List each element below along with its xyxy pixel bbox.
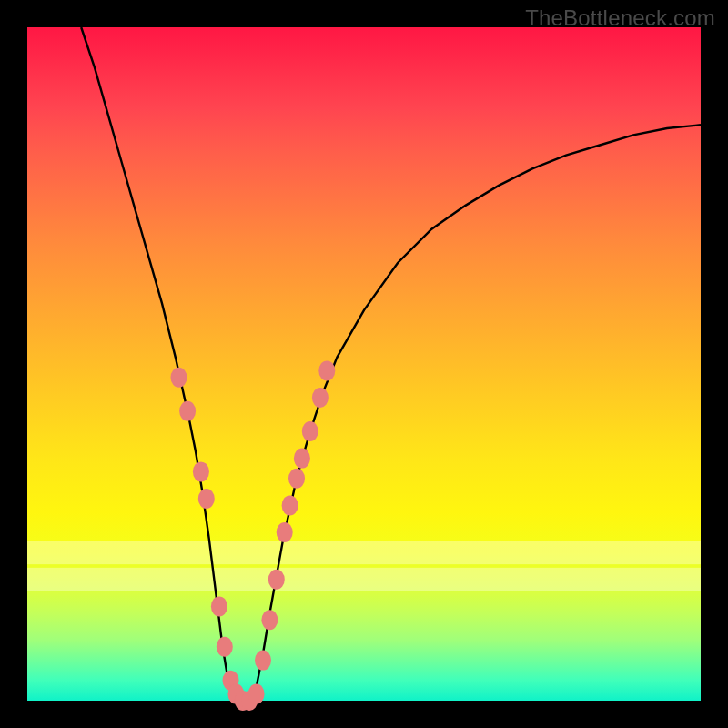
curve-path bbox=[81, 27, 701, 701]
highlight-dot bbox=[277, 522, 293, 542]
highlight-dot bbox=[268, 570, 285, 590]
plot-area bbox=[27, 27, 701, 701]
stripe-band bbox=[27, 541, 701, 564]
highlight-dot bbox=[318, 360, 335, 380]
chart-container: TheBottleneck.com bbox=[0, 0, 728, 728]
highlight-dot bbox=[255, 651, 271, 671]
highlight-dot bbox=[248, 684, 265, 704]
highlight-dot bbox=[171, 368, 187, 388]
highlight-dot bbox=[312, 388, 329, 408]
bottleneck-chart bbox=[27, 27, 701, 701]
highlight-dot bbox=[193, 461, 209, 481]
highlight-dot bbox=[261, 610, 278, 630]
highlight-dot bbox=[294, 449, 310, 469]
highlight-dot bbox=[282, 495, 298, 515]
highlight-dot bbox=[302, 421, 318, 441]
highlight-dot bbox=[198, 489, 215, 509]
highlight-dot bbox=[179, 401, 196, 421]
highlight-dot bbox=[211, 596, 228, 616]
highlight-dot bbox=[288, 469, 305, 489]
stripe-band bbox=[27, 568, 701, 592]
highlight-dot bbox=[217, 637, 233, 657]
